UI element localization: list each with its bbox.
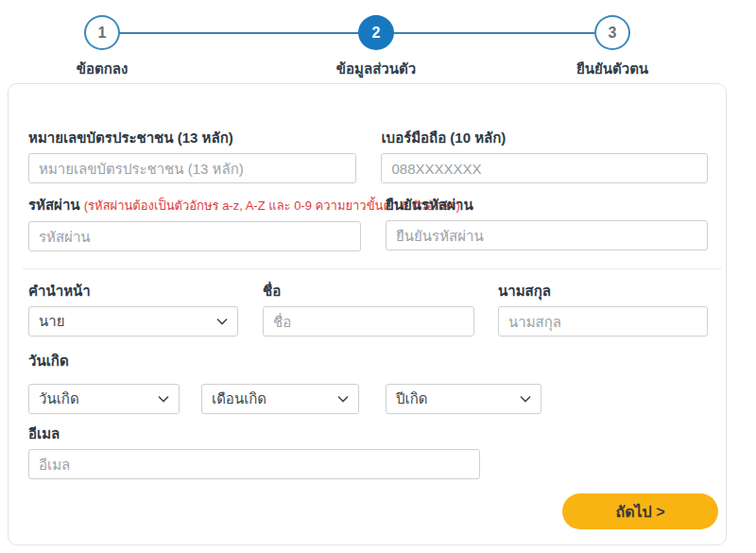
title-prefix-value: นาย: [39, 310, 64, 333]
id-card-input[interactable]: [28, 153, 356, 183]
step-3-circle: 3: [594, 15, 630, 50]
email-label: อีเมล: [28, 425, 480, 442]
last-name-label: นามสกุล: [498, 283, 708, 300]
next-button[interactable]: ถัดไป >: [562, 493, 718, 529]
password-label: รหัสผ่าน (รหัสผ่านต้องเป็นตัวอักษร a-z, …: [28, 197, 361, 215]
row-birthdate: วันเกิด เดือนเกิด ปีเกิด: [28, 384, 708, 414]
password-input[interactable]: [28, 221, 361, 251]
birth-day-select[interactable]: วันเกิด: [28, 384, 180, 414]
step-2-personal-info: 2 ข้อมูลส่วนตัว: [319, 15, 433, 80]
id-card-label: หมายเลขบัตรประชาชน (13 หลัก): [28, 130, 356, 147]
chevron-down-icon: [216, 318, 228, 325]
mobile-label: เบอร์มือถือ (10 หลัก): [381, 130, 708, 147]
step-2-circle: 2: [358, 15, 394, 50]
registration-form-card: หมายเลขบัตรประชาชน (13 หลัก) เบอร์มือถือ…: [8, 83, 727, 545]
first-name-field: ชื่อ: [263, 283, 474, 337]
last-name-field: นามสกุล: [498, 283, 708, 337]
email-field: อีเมล: [28, 425, 480, 479]
chevron-down-icon: [520, 395, 531, 403]
step-1-agreement: 1 ข้อตกลง: [45, 15, 159, 80]
row-passwords: รหัสผ่าน (รหัสผ่านต้องเป็นตัวอักษร a-z, …: [28, 197, 708, 251]
mobile-input[interactable]: [381, 153, 708, 183]
last-name-input[interactable]: [498, 306, 708, 337]
step-1-circle: 1: [84, 15, 120, 50]
step-2-label: ข้อมูลส่วนตัว: [319, 58, 433, 80]
birth-month-select[interactable]: เดือนเกิด: [201, 384, 359, 414]
step-1-label: ข้อตกลง: [45, 58, 159, 80]
password-label-text: รหัสผ่าน: [28, 197, 80, 213]
birth-year-select[interactable]: ปีเกิด: [386, 384, 541, 414]
chevron-down-icon: [158, 395, 169, 403]
birth-month-value: เดือนเกิด: [212, 388, 266, 410]
email-input[interactable]: [28, 449, 480, 479]
confirm-password-label: ยืนยันรหัสผ่าน: [386, 197, 708, 214]
step-3-label: ยืนยันตัวตน: [556, 58, 669, 80]
birth-year-value: ปีเกิด: [396, 388, 427, 410]
first-name-label: ชื่อ: [263, 283, 474, 300]
birthdate-label: วันเกิด: [28, 350, 708, 372]
chevron-down-icon: [337, 395, 349, 403]
confirm-password-input[interactable]: [386, 220, 708, 251]
section-divider: [23, 268, 722, 269]
stepper: 1 ข้อตกลง 2 ข้อมูลส่วนตัว 3 ยืนยันตัวตน: [0, 0, 756, 83]
birth-day-value: วันเกิด: [39, 388, 79, 410]
step-3-identity-verification: 3 ยืนยันตัวตน: [556, 15, 669, 80]
title-prefix-field: คำนำหน้า นาย: [28, 283, 238, 337]
row-id-mobile: หมายเลขบัตรประชาชน (13 หลัก) เบอร์มือถือ…: [28, 130, 708, 183]
title-prefix-label: คำนำหน้า: [28, 283, 238, 300]
first-name-input[interactable]: [263, 306, 474, 337]
password-field: รหัสผ่าน (รหัสผ่านต้องเป็นตัวอักษร a-z, …: [28, 197, 361, 251]
button-row: ถัดไป >: [28, 493, 718, 529]
row-name: คำนำหน้า นาย ชื่อ นามสกุล: [28, 283, 708, 337]
confirm-password-field: ยืนยันรหัสผ่าน: [386, 197, 708, 251]
mobile-field: เบอร์มือถือ (10 หลัก): [381, 130, 708, 183]
title-prefix-select[interactable]: นาย: [28, 306, 238, 337]
id-card-field: หมายเลขบัตรประชาชน (13 หลัก): [28, 130, 356, 183]
